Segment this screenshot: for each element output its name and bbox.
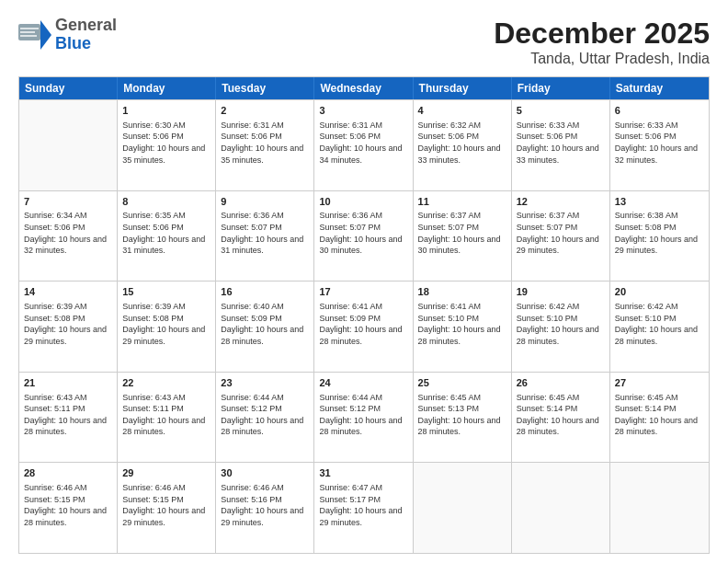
calendar-cell: 3Sunrise: 6:31 AM Sunset: 5:06 PM Daylig…: [314, 100, 413, 190]
header-day-wednesday: Wednesday: [314, 77, 413, 99]
day-number: 20: [615, 285, 704, 299]
calendar-cell: 27Sunrise: 6:45 AM Sunset: 5:14 PM Dayli…: [610, 373, 709, 463]
day-number: 9: [221, 195, 309, 209]
calendar-cell: 15Sunrise: 6:39 AM Sunset: 5:08 PM Dayli…: [118, 282, 216, 372]
cell-info: Sunrise: 6:46 AM Sunset: 5:15 PM Dayligh…: [24, 482, 112, 528]
calendar-cell: 5Sunrise: 6:33 AM Sunset: 5:06 PM Daylig…: [512, 100, 610, 190]
calendar-cell: 26Sunrise: 6:45 AM Sunset: 5:14 PM Dayli…: [512, 373, 610, 463]
calendar-cell: 29Sunrise: 6:46 AM Sunset: 5:15 PM Dayli…: [118, 463, 216, 553]
calendar-cell: 22Sunrise: 6:43 AM Sunset: 5:11 PM Dayli…: [118, 373, 216, 463]
calendar: SundayMondayTuesdayWednesdayThursdayFrid…: [18, 76, 710, 554]
day-number: 28: [24, 466, 112, 480]
cell-info: Sunrise: 6:41 AM Sunset: 5:10 PM Dayligh…: [418, 301, 506, 347]
cell-info: Sunrise: 6:43 AM Sunset: 5:11 PM Dayligh…: [24, 392, 112, 438]
cell-info: Sunrise: 6:42 AM Sunset: 5:10 PM Dayligh…: [615, 301, 704, 347]
cell-info: Sunrise: 6:31 AM Sunset: 5:06 PM Dayligh…: [221, 120, 309, 166]
page: General Blue December 2025 Tanda, Uttar …: [0, 0, 728, 563]
calendar-cell: 4Sunrise: 6:32 AM Sunset: 5:06 PM Daylig…: [414, 100, 512, 190]
calendar-cell: 18Sunrise: 6:41 AM Sunset: 5:10 PM Dayli…: [414, 282, 512, 372]
cell-info: Sunrise: 6:46 AM Sunset: 5:15 PM Dayligh…: [122, 482, 210, 528]
day-number: 7: [24, 195, 112, 209]
day-number: 18: [418, 285, 506, 299]
logo-blue: Blue: [55, 35, 117, 53]
day-number: 27: [615, 376, 704, 390]
day-number: 6: [615, 104, 704, 118]
day-number: 17: [319, 285, 407, 299]
calendar-cell: [610, 463, 709, 553]
day-number: 2: [221, 104, 309, 118]
cell-info: Sunrise: 6:44 AM Sunset: 5:12 PM Dayligh…: [319, 392, 407, 438]
calendar-cell: 10Sunrise: 6:36 AM Sunset: 5:07 PM Dayli…: [314, 191, 413, 282]
calendar-header: SundayMondayTuesdayWednesdayThursdayFrid…: [19, 77, 709, 99]
logo-general: General: [55, 17, 117, 35]
calendar-cell: 8Sunrise: 6:35 AM Sunset: 5:06 PM Daylig…: [118, 191, 216, 282]
day-number: 19: [517, 285, 605, 299]
cell-info: Sunrise: 6:30 AM Sunset: 5:06 PM Dayligh…: [122, 120, 210, 166]
day-number: 3: [319, 104, 407, 118]
cell-info: Sunrise: 6:45 AM Sunset: 5:14 PM Dayligh…: [615, 392, 704, 438]
calendar-row-5: 28Sunrise: 6:46 AM Sunset: 5:15 PM Dayli…: [19, 462, 709, 553]
day-number: 15: [122, 285, 210, 299]
cell-info: Sunrise: 6:36 AM Sunset: 5:07 PM Dayligh…: [319, 210, 407, 256]
calendar-cell: 21Sunrise: 6:43 AM Sunset: 5:11 PM Dayli…: [19, 373, 118, 463]
svg-rect-2: [20, 28, 39, 29]
calendar-cell: 2Sunrise: 6:31 AM Sunset: 5:06 PM Daylig…: [216, 100, 314, 190]
calendar-cell: 12Sunrise: 6:37 AM Sunset: 5:07 PM Dayli…: [512, 191, 610, 282]
day-number: 1: [122, 104, 210, 118]
day-number: 23: [221, 376, 309, 390]
day-number: 24: [319, 376, 407, 390]
calendar-cell: 24Sunrise: 6:44 AM Sunset: 5:12 PM Dayli…: [314, 373, 413, 463]
svg-rect-3: [20, 31, 35, 33]
cell-info: Sunrise: 6:39 AM Sunset: 5:08 PM Dayligh…: [24, 301, 112, 347]
day-number: 13: [615, 195, 704, 209]
calendar-cell: 11Sunrise: 6:37 AM Sunset: 5:07 PM Dayli…: [414, 191, 512, 282]
header-day-monday: Monday: [118, 77, 216, 99]
header-day-thursday: Thursday: [414, 77, 512, 99]
logo: General Blue: [18, 17, 117, 53]
day-number: 25: [418, 376, 506, 390]
svg-rect-4: [20, 35, 37, 37]
day-number: 10: [319, 195, 407, 209]
day-number: 26: [517, 376, 605, 390]
logo-icon: [18, 20, 51, 50]
day-number: 22: [122, 376, 210, 390]
calendar-row-3: 14Sunrise: 6:39 AM Sunset: 5:08 PM Dayli…: [19, 281, 709, 372]
day-number: 29: [122, 466, 210, 480]
calendar-cell: [512, 463, 610, 553]
day-number: 31: [319, 466, 407, 480]
calendar-cell: 7Sunrise: 6:34 AM Sunset: 5:06 PM Daylig…: [19, 191, 118, 282]
cell-info: Sunrise: 6:31 AM Sunset: 5:06 PM Dayligh…: [319, 120, 407, 166]
calendar-cell: [414, 463, 512, 553]
calendar-cell: 25Sunrise: 6:45 AM Sunset: 5:13 PM Dayli…: [414, 373, 512, 463]
calendar-cell: 23Sunrise: 6:44 AM Sunset: 5:12 PM Dayli…: [216, 373, 314, 463]
cell-info: Sunrise: 6:32 AM Sunset: 5:06 PM Dayligh…: [418, 120, 506, 166]
cell-info: Sunrise: 6:47 AM Sunset: 5:17 PM Dayligh…: [319, 482, 407, 528]
calendar-cell: 30Sunrise: 6:46 AM Sunset: 5:16 PM Dayli…: [216, 463, 314, 553]
cell-info: Sunrise: 6:38 AM Sunset: 5:08 PM Dayligh…: [615, 210, 704, 256]
calendar-body: 1Sunrise: 6:30 AM Sunset: 5:06 PM Daylig…: [19, 99, 709, 553]
cell-info: Sunrise: 6:43 AM Sunset: 5:11 PM Dayligh…: [122, 392, 210, 438]
header-day-friday: Friday: [512, 77, 610, 99]
cell-info: Sunrise: 6:33 AM Sunset: 5:06 PM Dayligh…: [615, 120, 704, 166]
day-number: 30: [221, 466, 309, 480]
cell-info: Sunrise: 6:45 AM Sunset: 5:14 PM Dayligh…: [517, 392, 605, 438]
month-title: December 2025: [494, 17, 710, 51]
header-day-saturday: Saturday: [610, 77, 709, 99]
day-number: 5: [517, 104, 605, 118]
cell-info: Sunrise: 6:36 AM Sunset: 5:07 PM Dayligh…: [221, 210, 309, 256]
calendar-cell: 28Sunrise: 6:46 AM Sunset: 5:15 PM Dayli…: [19, 463, 118, 553]
calendar-cell: 17Sunrise: 6:41 AM Sunset: 5:09 PM Dayli…: [314, 282, 413, 372]
cell-info: Sunrise: 6:46 AM Sunset: 5:16 PM Dayligh…: [221, 482, 309, 528]
cell-info: Sunrise: 6:37 AM Sunset: 5:07 PM Dayligh…: [418, 210, 506, 256]
cell-info: Sunrise: 6:41 AM Sunset: 5:09 PM Dayligh…: [319, 301, 407, 347]
cell-info: Sunrise: 6:45 AM Sunset: 5:13 PM Dayligh…: [418, 392, 506, 438]
cell-info: Sunrise: 6:44 AM Sunset: 5:12 PM Dayligh…: [221, 392, 309, 438]
calendar-row-4: 21Sunrise: 6:43 AM Sunset: 5:11 PM Dayli…: [19, 372, 709, 463]
day-number: 14: [24, 285, 112, 299]
calendar-row-2: 7Sunrise: 6:34 AM Sunset: 5:06 PM Daylig…: [19, 190, 709, 282]
calendar-cell: 13Sunrise: 6:38 AM Sunset: 5:08 PM Dayli…: [610, 191, 709, 282]
day-number: 11: [418, 195, 506, 209]
calendar-cell: 9Sunrise: 6:36 AM Sunset: 5:07 PM Daylig…: [216, 191, 314, 282]
day-number: 12: [517, 195, 605, 209]
svg-marker-1: [40, 20, 51, 50]
